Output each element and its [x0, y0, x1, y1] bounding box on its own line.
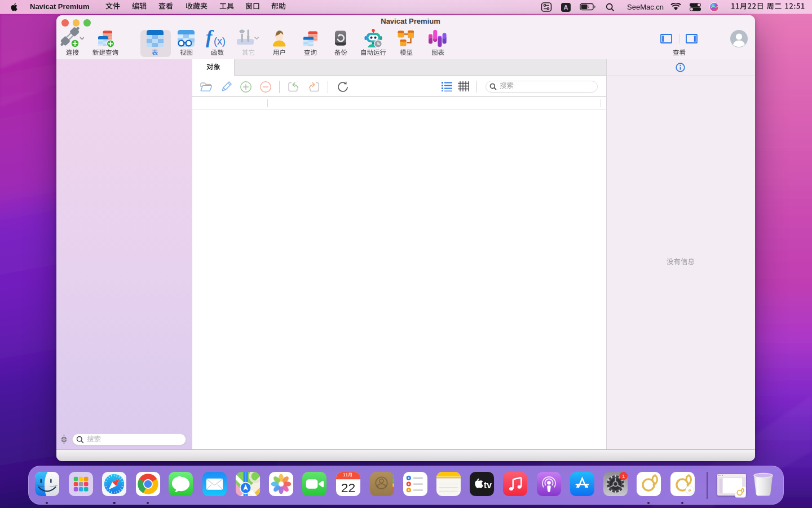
svg-text:f: f: [206, 28, 214, 47]
svg-text:22: 22: [341, 480, 355, 495]
svg-text:1: 1: [622, 473, 625, 479]
svg-text:tv: tv: [483, 480, 491, 490]
svg-text:e: e: [688, 487, 691, 493]
svg-text:(x): (x): [214, 36, 226, 47]
